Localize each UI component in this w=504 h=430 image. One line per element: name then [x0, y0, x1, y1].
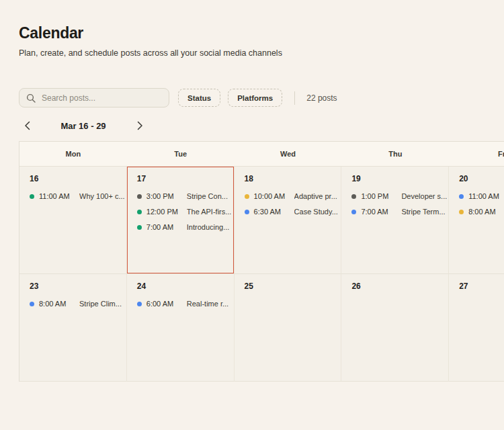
chevron-right-icon — [137, 121, 143, 130]
weekday-label: Tue — [127, 150, 235, 158]
date-number: 17 — [137, 174, 234, 183]
day-cell-20[interactable]: 2011:00 AMT8:00 AMJ — [449, 167, 504, 274]
weekday-label: Thu — [341, 150, 449, 158]
date-number: 20 — [459, 174, 504, 183]
page-title: Calendar — [19, 24, 504, 42]
event-time: 12:00 PM — [146, 208, 184, 216]
weekday-label: Fri — [449, 150, 504, 158]
green-status-dot-icon — [30, 194, 34, 199]
date-number: 19 — [351, 174, 448, 183]
blue-status-dot-icon — [30, 302, 34, 306]
green-status-dot-icon — [137, 225, 142, 230]
day-cell-23[interactable]: 238:00 AMStripe Clim... — [19, 274, 127, 382]
event-time: 7:00 AM — [146, 223, 184, 231]
week-row: 238:00 AMStripe Clim...246:00 AMReal-tim… — [19, 274, 504, 382]
date-number: 26 — [351, 282, 448, 291]
event-title: Stripe Clim... — [79, 300, 122, 308]
event-item[interactable]: 7:00 AMStripe Term... — [351, 207, 448, 216]
day-cell-19[interactable]: 191:00 PMDeveloper s...7:00 AMStripe Ter… — [341, 167, 449, 274]
weekday-header-row: MonTueWedThuFri — [19, 141, 504, 167]
toolbar: Status Platforms 22 posts — [19, 88, 504, 108]
yellow-status-dot-icon — [459, 210, 464, 214]
day-cell-27[interactable]: 27 — [449, 274, 504, 382]
gray-status-dot-icon — [351, 194, 356, 199]
event-item[interactable]: 11:00 AMT — [459, 191, 504, 201]
event-title: Real-time r... — [187, 300, 228, 308]
next-week-button[interactable] — [132, 118, 148, 134]
event-title: Stripe Term... — [401, 208, 445, 216]
event-title: The API-firs... — [187, 208, 232, 216]
date-number: 18 — [245, 174, 341, 183]
event-item[interactable]: 8:00 AMStripe Clim... — [30, 299, 126, 308]
event-time: 10:00 AM — [254, 192, 292, 200]
event-title: Adaptive pr... — [294, 192, 337, 200]
event-item[interactable]: 12:00 PMThe API-firs... — [137, 207, 234, 216]
date-range-label: Mar 16 - 29 — [35, 121, 132, 131]
prev-week-button[interactable] — [19, 118, 35, 134]
green-status-dot-icon — [137, 210, 142, 214]
week-navigation: Mar 16 - 29 — [19, 117, 504, 134]
date-number: 16 — [30, 174, 126, 183]
event-time: 6:00 AM — [146, 300, 184, 308]
week-row: 1611:00 AMWhy 100+ c...173:00 PMStripe C… — [19, 167, 504, 274]
event-item[interactable]: 6:30 AMCase Study... — [245, 207, 341, 216]
page-subtitle: Plan, create, and schedule posts across … — [19, 48, 504, 58]
search-box[interactable] — [19, 88, 169, 108]
day-cell-26[interactable]: 26 — [341, 274, 449, 382]
event-time: 8:00 AM — [39, 300, 77, 308]
event-item[interactable]: 10:00 AMAdaptive pr... — [245, 191, 341, 201]
event-title: Why 100+ c... — [79, 192, 125, 200]
search-icon — [26, 93, 36, 103]
event-time: 6:30 AM — [254, 208, 292, 216]
calendar-weeks: 1611:00 AMWhy 100+ c...173:00 PMStripe C… — [19, 167, 504, 382]
event-item[interactable]: 8:00 AMJ — [459, 207, 504, 216]
blue-status-dot-icon — [245, 210, 249, 214]
calendar-grid: MonTueWedThuFri 1611:00 AMWhy 100+ c...1… — [19, 141, 504, 382]
event-item[interactable]: 11:00 AMWhy 100+ c... — [30, 191, 126, 201]
gray-status-dot-icon — [137, 194, 142, 199]
platforms-filter-button[interactable]: Platforms — [228, 89, 282, 107]
event-time: 1:00 PM — [361, 192, 398, 200]
event-title: Stripe Con... — [187, 192, 228, 200]
weekday-label: Mon — [19, 150, 127, 158]
blue-status-dot-icon — [137, 302, 142, 306]
toolbar-divider — [294, 91, 295, 105]
day-cell-18[interactable]: 1810:00 AMAdaptive pr...6:30 AMCase Stud… — [235, 167, 342, 274]
weekday-label: Wed — [235, 150, 342, 158]
event-item[interactable]: 1:00 PMDeveloper s... — [351, 191, 448, 201]
event-item[interactable]: 6:00 AMReal-time r... — [137, 299, 234, 308]
date-number: 24 — [137, 282, 234, 291]
event-time: 8:00 AM — [468, 208, 504, 216]
yellow-status-dot-icon — [245, 194, 249, 199]
event-time: 11:00 AM — [39, 192, 77, 200]
blue-status-dot-icon — [351, 210, 356, 214]
posts-count: 22 posts — [306, 93, 337, 103]
date-number: 23 — [30, 282, 126, 291]
search-input[interactable] — [42, 93, 162, 103]
event-title: Case Study... — [294, 208, 338, 216]
event-item[interactable]: 7:00 AMIntroducing... — [137, 222, 234, 232]
chevron-left-icon — [24, 121, 30, 130]
event-title: Introducing... — [187, 223, 230, 231]
page-header: Calendar Plan, create, and schedule post… — [0, 24, 504, 58]
event-item[interactable]: 3:00 PMStripe Con... — [137, 191, 234, 201]
event-time: 3:00 PM — [146, 192, 184, 200]
event-time: 7:00 AM — [361, 208, 398, 216]
status-filter-button[interactable]: Status — [178, 89, 220, 107]
event-time: 11:00 AM — [468, 192, 504, 200]
day-cell-16[interactable]: 1611:00 AMWhy 100+ c... — [19, 167, 127, 274]
date-number: 25 — [245, 282, 341, 291]
date-number: 27 — [459, 282, 504, 291]
blue-status-dot-icon — [459, 194, 464, 199]
event-title: Developer s... — [401, 192, 447, 200]
day-cell-17[interactable]: 173:00 PMStripe Con...12:00 PMThe API-fi… — [127, 167, 235, 274]
day-cell-25[interactable]: 25 — [235, 274, 342, 382]
day-cell-24[interactable]: 246:00 AMReal-time r... — [127, 274, 235, 382]
